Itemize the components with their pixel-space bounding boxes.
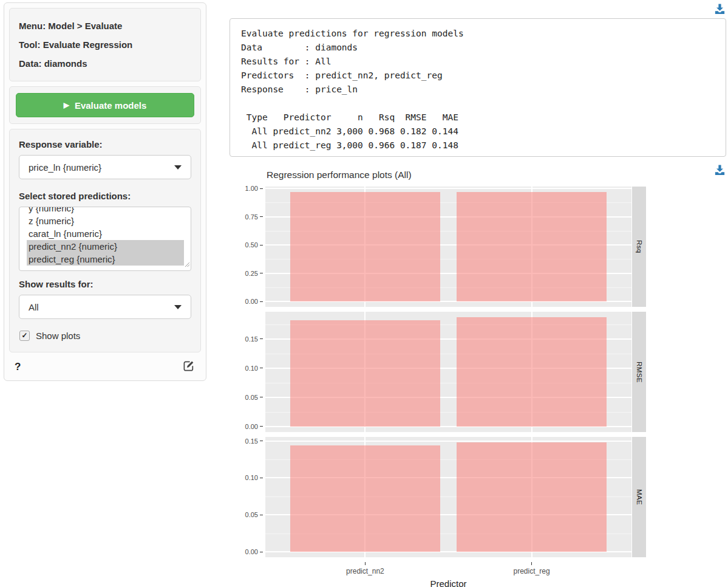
y-tick-mark	[260, 552, 263, 552]
gridline-major	[265, 441, 631, 442]
y-tick-label: 0.50	[245, 241, 258, 249]
facet-strip-label: Rsq	[636, 240, 643, 253]
summary-output-card: Evaluate predictions for regression mode…	[230, 18, 726, 157]
y-tick-mark	[260, 515, 263, 515]
y-tick-mark	[260, 368, 263, 368]
plot-panel-rsq	[265, 187, 631, 307]
y-tick-mark	[260, 188, 263, 189]
y-tick-label: 0.10	[245, 474, 258, 481]
show-results-label: Show results for:	[19, 279, 191, 289]
facet-row-rmse: 0.000.050.100.15RMSE	[230, 312, 645, 432]
plot-title: Regression performance plots (All)	[267, 170, 412, 180]
plot-panel-rmse	[265, 312, 631, 432]
facet-strip-mae: MAE	[632, 437, 646, 557]
y-tick-label: 0.00	[245, 548, 258, 555]
y-tick-label: 0.05	[245, 511, 258, 518]
show-plots-checkbox[interactable]: ✓	[19, 331, 30, 341]
x-tick-mark	[531, 562, 532, 565]
bar-predict_nn2-mae	[290, 445, 440, 552]
prediction-option[interactable]: predict_nn2 {numeric}	[27, 240, 184, 253]
y-tick-label: 1.00	[245, 185, 258, 192]
evaluate-models-button[interactable]: ▶ Evaluate models	[16, 93, 194, 117]
resize-handle-icon[interactable]	[185, 259, 190, 270]
show-plots-row: ✓ Show plots	[19, 331, 191, 341]
show-results-value: All	[29, 302, 39, 312]
bar-predict_reg-rsq	[457, 192, 607, 301]
controls-panel: Response variable: price_ln {numeric} Se…	[9, 129, 201, 352]
prediction-option[interactable]: z {numeric}	[27, 215, 184, 227]
plot-facets: 0.000.250.500.751.00Rsq0.000.050.100.15R…	[230, 187, 645, 587]
chevron-down-icon	[174, 165, 182, 170]
y-tick-mark	[260, 426, 263, 427]
x-axis: predict_nn2predict_regPredictor	[265, 562, 631, 587]
y-tick-mark	[260, 441, 263, 441]
y-tick-mark	[260, 301, 263, 302]
menu-breadcrumb: Menu: Model > Evaluate	[19, 16, 191, 35]
y-tick-mark	[260, 397, 263, 397]
facet-strip-rmse: RMSE	[632, 312, 646, 432]
facet-strip-rsq: Rsq	[632, 187, 646, 307]
evaluation-summary-text: Evaluate predictions for regression mode…	[241, 27, 715, 153]
y-tick-label: 0.10	[245, 365, 258, 372]
y-tick-label: 0.15	[245, 438, 258, 445]
sidebar-footer: ?	[9, 357, 201, 377]
y-tick-label: 0.00	[245, 298, 258, 305]
evaluate-panel: ▶ Evaluate models	[9, 86, 201, 124]
prediction-option[interactable]: carat_ln {numeric}	[27, 227, 184, 240]
facet-strip-label: MAE	[636, 489, 643, 505]
dataset-name: Data: diamonds	[19, 54, 191, 73]
x-category-label: predict_reg	[514, 567, 550, 575]
y-tick-label: 0.15	[245, 335, 258, 343]
bar-predict_reg-mae	[457, 442, 607, 552]
sidebar: Menu: Model > Evaluate Tool: Evaluate Re…	[4, 2, 206, 381]
x-axis-title: Predictor	[430, 578, 466, 587]
show-plots-label: Show plots	[36, 331, 80, 341]
y-axis: 0.000.250.500.751.00	[230, 187, 265, 307]
show-results-select[interactable]: All	[19, 295, 191, 319]
y-tick-label: 0.75	[245, 213, 258, 221]
y-tick-mark	[260, 245, 263, 245]
x-category-label: predict_nn2	[346, 567, 384, 575]
bar-predict_nn2-rmse	[290, 320, 440, 427]
bar-predict_reg-rmse	[457, 317, 607, 427]
facet-row-rsq: 0.000.250.500.751.00Rsq	[230, 187, 645, 307]
download-summary-icon[interactable]	[715, 4, 725, 16]
y-tick-mark	[260, 338, 263, 339]
y-axis: 0.000.050.100.15	[230, 437, 265, 557]
facet-strip-label: RMSE	[636, 362, 643, 383]
response-variable-value: price_ln {numeric}	[29, 162, 101, 173]
context-panel: Menu: Model > Evaluate Tool: Evaluate Re…	[9, 8, 201, 81]
prediction-option[interactable]: y {numeric}	[27, 207, 184, 215]
edit-report-icon[interactable]	[183, 359, 196, 374]
tool-name: Tool: Evaluate Regression	[19, 35, 191, 54]
response-variable-select[interactable]: price_ln {numeric}	[19, 155, 191, 179]
y-tick-mark	[260, 273, 263, 273]
performance-plot: Regression performance plots (All) 0.000…	[230, 163, 648, 587]
prediction-option[interactable]: predict_reg {numeric}	[27, 253, 184, 266]
y-tick-mark	[260, 216, 263, 217]
stored-predictions-listbox[interactable]: y {numeric}z {numeric}carat_ln {numeric}…	[19, 207, 191, 271]
x-tick-mark	[365, 562, 366, 565]
y-tick-label: 0.25	[245, 270, 258, 277]
facet-row-mae: 0.000.050.100.15MAE	[230, 437, 645, 557]
play-icon: ▶	[64, 101, 69, 109]
help-icon[interactable]: ?	[15, 361, 21, 373]
evaluate-models-label: Evaluate models	[75, 100, 146, 111]
response-variable-label: Response variable:	[19, 139, 191, 149]
stored-predictions-label: Select stored predictions:	[19, 191, 191, 201]
gridline-major	[265, 188, 631, 189]
download-plot-icon[interactable]	[715, 165, 725, 177]
plot-panel-mae	[265, 437, 631, 557]
y-tick-mark	[260, 478, 263, 478]
bar-predict_nn2-rsq	[290, 192, 440, 301]
y-tick-label: 0.05	[245, 394, 258, 401]
y-axis: 0.000.050.100.15	[230, 312, 265, 432]
y-tick-label: 0.00	[245, 423, 258, 430]
chevron-down-icon	[174, 305, 182, 309]
